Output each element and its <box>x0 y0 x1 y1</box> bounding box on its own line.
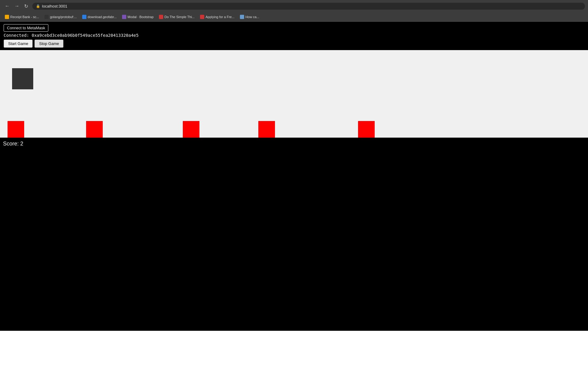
connected-address: Connected: 0xa9cebd3ce0ab96b0f549ace55fe… <box>4 33 584 38</box>
page-content: Connect to MetaMask Connected: 0xa9cebd3… <box>0 22 588 331</box>
bookmark-favicon-0 <box>5 15 9 19</box>
game-area <box>0 50 588 138</box>
score-display: Score: 2 <box>0 138 588 150</box>
bookmark-item-2[interactable]: download.geofabr... <box>80 14 119 20</box>
bookmark-item-5[interactable]: Applying for a Fre... <box>198 14 237 20</box>
bookmark-label-3: Modal · Bootstrap <box>128 15 153 19</box>
nav-buttons: ← → ↻ <box>3 3 30 10</box>
connect-metamask-button[interactable]: Connect to MetaMask <box>4 24 48 32</box>
lock-icon: 🔒 <box>36 4 40 8</box>
obstacle-2 <box>183 121 199 138</box>
reload-button[interactable]: ↻ <box>22 3 30 10</box>
bookmark-label-0: Receipt Bank - sc... <box>10 15 39 19</box>
bookmark-favicon-4 <box>159 15 163 19</box>
obstacle-1 <box>86 121 103 138</box>
page-header: Connect to MetaMask Connected: 0xa9cebd3… <box>0 22 588 50</box>
bookmark-label-2: download.geofabr... <box>88 15 117 19</box>
obstacle-4 <box>358 121 375 138</box>
bookmark-favicon-2 <box>82 15 86 19</box>
bookmark-label-6: How ca... <box>245 15 259 19</box>
bookmark-label-4: Do The Simple Thi... <box>164 15 195 19</box>
bookmark-item-3[interactable]: Modal · Bootstrap <box>120 14 156 20</box>
game-buttons: Start Game Stop Game <box>4 40 584 48</box>
bookmark-label-5: Applying for a Fre... <box>205 15 234 19</box>
browser-chrome: ← → ↻ 🔒 localhost:3001 Receipt Bank - sc… <box>0 0 588 22</box>
bookmark-label-1: golang/protobuf:... <box>50 15 77 19</box>
bookmark-item-1[interactable]: golang/protobuf:... <box>42 14 79 20</box>
bookmark-favicon-6 <box>240 15 244 19</box>
forward-button[interactable]: → <box>13 3 21 9</box>
bookmark-item-0[interactable]: Receipt Bank - sc... <box>2 14 41 20</box>
bookmark-favicon-5 <box>200 15 204 19</box>
address-bar[interactable]: 🔒 localhost:3001 <box>32 3 585 10</box>
bookmarks-bar: Receipt Bank - sc...golang/protobuf:...d… <box>0 12 588 22</box>
obstacle-0 <box>8 121 24 138</box>
stop-game-button[interactable]: Stop Game <box>34 40 63 48</box>
bookmark-favicon-1 <box>44 15 49 19</box>
bookmark-item-6[interactable]: How ca... <box>237 14 262 20</box>
obstacle-3 <box>258 121 275 138</box>
back-button[interactable]: ← <box>3 3 11 9</box>
player-block <box>12 68 33 89</box>
black-area <box>0 150 588 331</box>
bookmark-item-4[interactable]: Do The Simple Thi... <box>157 14 197 20</box>
browser-nav: ← → ↻ 🔒 localhost:3001 <box>0 0 588 12</box>
url-text: localhost:3001 <box>42 4 67 8</box>
score-text: Score: 2 <box>3 141 23 147</box>
start-game-button[interactable]: Start Game <box>4 40 33 48</box>
bookmark-favicon-3 <box>122 15 126 19</box>
